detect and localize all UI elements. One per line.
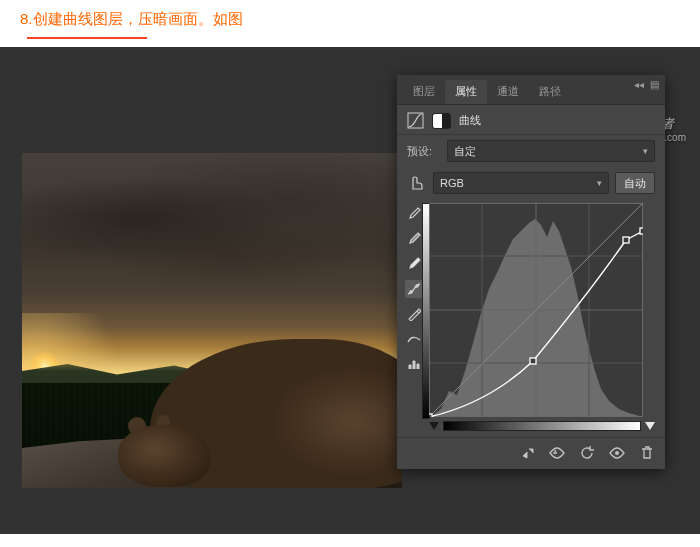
- panel-footer: [397, 437, 665, 469]
- pencil-icon[interactable]: [405, 305, 423, 323]
- curve-point-mid[interactable]: [530, 358, 536, 364]
- tab-paths[interactable]: 路径: [529, 80, 571, 104]
- channel-select[interactable]: RGB ▾: [433, 172, 609, 194]
- curves-editor: [397, 199, 665, 419]
- curve-point-high[interactable]: [623, 237, 629, 243]
- input-gradient-row: [397, 419, 665, 437]
- curve-point-white[interactable]: [640, 228, 643, 234]
- svg-point-10: [615, 451, 619, 455]
- document-canvas[interactable]: [22, 153, 402, 488]
- curve-point-shadow[interactable]: [429, 414, 432, 417]
- tab-properties[interactable]: 属性: [445, 80, 487, 104]
- targeted-adjust-icon[interactable]: [407, 173, 427, 193]
- preset-label: 预设:: [407, 144, 441, 159]
- visibility-icon[interactable]: [609, 445, 625, 461]
- channel-value: RGB: [440, 177, 464, 189]
- preset-value: 自定: [454, 144, 476, 159]
- eyedropper-white-icon[interactable]: [405, 255, 423, 273]
- svg-point-1: [410, 291, 413, 294]
- step-instruction: 8.创建曲线图层，压暗画面。如图: [0, 0, 700, 33]
- properties-panel: ◂◂ ▤ 图层 属性 通道 路径 曲线 预设: 自定 ▾: [397, 75, 665, 469]
- input-gradient[interactable]: [443, 421, 641, 431]
- delete-icon[interactable]: [639, 445, 655, 461]
- tab-layers[interactable]: 图层: [403, 80, 445, 104]
- white-point-slider[interactable]: [645, 422, 655, 430]
- clip-to-layer-icon[interactable]: [519, 445, 535, 461]
- adjustment-header: 曲线: [397, 105, 665, 135]
- curve-tools: [405, 203, 423, 417]
- eyedropper-gray-icon[interactable]: [405, 230, 423, 248]
- preset-select[interactable]: 自定 ▾: [447, 140, 655, 162]
- auto-button[interactable]: 自动: [615, 172, 655, 194]
- reset-icon[interactable]: [579, 445, 595, 461]
- app-workspace: PS 爱好者 www.psahz.com ◂◂ ▤ 图层 属性 通道 路径 曲线…: [0, 47, 700, 534]
- collapse-icon[interactable]: ◂◂: [634, 79, 644, 90]
- panel-controls: ◂◂ ▤: [634, 79, 659, 90]
- eyedropper-black-icon[interactable]: [405, 205, 423, 223]
- svg-point-2: [416, 285, 419, 288]
- chevron-down-icon: ▾: [643, 146, 648, 156]
- smooth-icon[interactable]: [405, 330, 423, 348]
- view-previous-icon[interactable]: [549, 445, 565, 461]
- chevron-down-icon: ▾: [597, 178, 602, 188]
- adjustment-type-label: 曲线: [459, 113, 481, 128]
- histogram-toggle-icon[interactable]: [405, 355, 423, 373]
- mask-icon[interactable]: [432, 113, 451, 129]
- edit-points-icon[interactable]: [405, 280, 423, 298]
- panel-tabs: 图层 属性 通道 路径: [397, 75, 665, 105]
- panel-menu-icon[interactable]: ▤: [650, 79, 659, 90]
- preset-row: 预设: 自定 ▾: [397, 135, 665, 167]
- curves-icon: [407, 112, 424, 129]
- tab-channels[interactable]: 通道: [487, 80, 529, 104]
- channel-row: RGB ▾ 自动: [397, 167, 665, 199]
- black-point-slider[interactable]: [429, 422, 439, 430]
- highlight-underline: [27, 37, 147, 39]
- curve-graph[interactable]: [429, 203, 643, 417]
